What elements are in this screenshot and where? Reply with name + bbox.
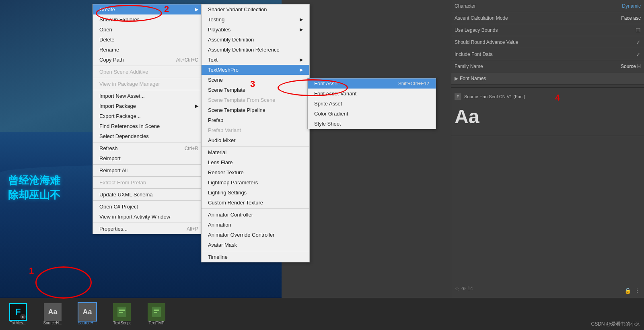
menu-create-lightmap[interactable]: Lightmap Parameters: [202, 177, 309, 188]
menu-item-rename[interactable]: Rename: [93, 45, 205, 55]
label-fontdata: Include Font Data: [455, 52, 636, 57]
menu-item-copy-path[interactable]: Copy Path Alt+Ctrl+C: [93, 55, 205, 65]
menu-tmp-font-asset-variant[interactable]: Font Asset Variant: [308, 89, 436, 99]
menu-create-shader-variant[interactable]: Shader Variant Collection: [202, 4, 309, 14]
menu-create-prefab-variant: Prefab Variant: [202, 125, 309, 135]
bottom-label-sourceh1: SourceH...: [43, 321, 62, 325]
menu-create-testing[interactable]: Testing ▶: [202, 14, 309, 25]
menu-item-create[interactable]: Create ▶: [93, 4, 205, 14]
menu-create-scene-template[interactable]: Scene Template: [202, 85, 309, 95]
menu-create-material[interactable]: Material: [202, 147, 309, 157]
menu-create-label: Create: [99, 6, 115, 12]
menu-item-export-package[interactable]: Export Package...: [93, 111, 205, 121]
menu-create-animation[interactable]: Animation: [202, 220, 309, 230]
menu-create-scene[interactable]: Scene: [202, 75, 309, 85]
menu-create-audio-mixer[interactable]: Audio Mixer: [202, 135, 309, 145]
inspector-row-fontdata[interactable]: Include Font Data ✓: [451, 48, 644, 60]
menu-item-open-additive: Open Scene Additive: [93, 67, 205, 77]
main-context-menu[interactable]: Create ▶ Show in Explorer Open Delete Re…: [93, 4, 205, 234]
lock-icon[interactable]: 🔒: [624, 287, 631, 294]
menu-create-avatar-mask[interactable]: Avatar Mask: [202, 240, 309, 250]
checkbox-legacy[interactable]: ☐: [636, 27, 641, 33]
inspector-row-round[interactable]: Should Round Advance Value ✓: [451, 36, 644, 48]
value-character: Dynamic: [622, 3, 641, 9]
menu-create-animator-controller[interactable]: Animator Controller: [202, 210, 309, 220]
inspector-row-family: Family Name Source H: [451, 60, 644, 72]
menu-create-lighting-settings[interactable]: Lighting Settings: [202, 188, 309, 198]
label-character: Character: [455, 3, 622, 9]
create-submenu[interactable]: Shader Variant Collection Testing ▶ Play…: [201, 4, 310, 262]
font-preview-area: F Source Han Serif CN V1 (Font) Aa: [451, 88, 644, 136]
menu-item-delete[interactable]: Delete: [93, 35, 205, 45]
star-area: ☆ 👁 14: [455, 285, 473, 292]
bottom-label-texttmp: TextTMP: [148, 321, 164, 325]
menu-create-scene-template-from-scene: Scene Template From Scene: [202, 95, 309, 105]
separator-4: [93, 142, 205, 142]
label-ascent: Ascent Calculation Mode: [455, 15, 621, 21]
menu-item-update-uxml[interactable]: Update UXML Schema: [93, 190, 205, 200]
inspector-row-legacy[interactable]: Use Legacy Bounds ☐: [451, 24, 644, 36]
menu-tmp-font-asset[interactable]: Font Asset Shift+Ctrl+F12: [308, 78, 436, 89]
menu-item-import-package[interactable]: Import Package ▶: [93, 101, 205, 111]
menu-item-reimport-all[interactable]: Reimport All: [93, 165, 205, 175]
font-preview-name: Source Han Serif CN V1 (Font): [464, 94, 525, 99]
menu-item-open[interactable]: Open: [93, 25, 205, 35]
menu-create-prefab[interactable]: Prefab: [202, 115, 309, 125]
font-names-header[interactable]: ▶ Font Names: [451, 72, 644, 85]
separator-2: [93, 78, 205, 78]
menu-item-refresh[interactable]: Refresh Ctrl+R: [93, 143, 205, 153]
textmeshpro-submenu[interactable]: Font Asset Shift+Ctrl+F12 Font Asset Var…: [307, 78, 436, 129]
menu-create-textmeshpro[interactable]: TextMeshPro ▶: [202, 65, 309, 75]
chinese-text: 曾经沧海难 除却巫山不: [8, 173, 60, 202]
menu-create-timeline[interactable]: Timeline: [202, 252, 309, 262]
menu-item-reimport[interactable]: Reimport: [93, 153, 205, 163]
menu-create-scene-template-pipeline[interactable]: Scene Template Pipeline: [202, 105, 309, 115]
separator-6: [93, 176, 205, 177]
inspector-row-character: Character Dynamic: [451, 0, 644, 12]
play-badge: ▶: [20, 314, 26, 320]
separator-7: [93, 188, 205, 189]
bottom-item-textscript[interactable]: TextScript: [108, 303, 136, 325]
separator-5: [93, 164, 205, 165]
sep-create-2: [202, 208, 309, 209]
bottom-item-txtmes[interactable]: F ▶ TxtMes...: [4, 303, 32, 325]
bottom-bar: F ▶ TxtMes... Aa SourceH... Aa SourceH..…: [0, 298, 644, 330]
bottom-item-sourceh2[interactable]: Aa SourceH...: [73, 303, 101, 325]
menu-create-custom-render[interactable]: Custom Render Texture: [202, 198, 309, 208]
menu-create-render-texture[interactable]: Render Texture: [202, 167, 309, 177]
menu-tmp-style-sheet[interactable]: Style Sheet: [308, 119, 436, 129]
menu-item-show-explorer[interactable]: Show in Explorer: [93, 14, 205, 25]
font-preview-aa: Aa: [455, 101, 641, 132]
menu-create-playables[interactable]: Playables ▶: [202, 25, 309, 35]
value-family: Source H: [621, 64, 641, 69]
menu-tmp-color-gradient[interactable]: Color Gradient: [308, 109, 436, 119]
inspector-row-ascent: Ascent Calculation Mode Face asc: [451, 12, 644, 24]
triangle-icon: ▶: [455, 76, 458, 81]
menu-create-text[interactable]: Text ▶: [202, 55, 309, 65]
menu-create-animator-override[interactable]: Animator Override Controller: [202, 230, 309, 240]
menu-create-assembly-def-ref[interactable]: Assembly Definition Reference: [202, 45, 309, 55]
menu-item-properties[interactable]: Properties... Alt+P: [93, 224, 205, 234]
bottom-item-texttmp[interactable]: TextTMP: [142, 303, 171, 325]
checkbox-round[interactable]: ✓: [636, 39, 641, 45]
menu-item-find-refs[interactable]: Find References In Scene: [93, 121, 205, 131]
menu-tmp-sprite-asset[interactable]: Sprite Asset: [308, 99, 436, 109]
separator-8: [93, 200, 205, 201]
create-arrow: ▶: [195, 7, 198, 12]
menu-item-select-deps[interactable]: Select Dependencies: [93, 131, 205, 141]
eye-count: 👁 14: [461, 286, 473, 291]
separator-1: [93, 66, 205, 66]
more-icon[interactable]: ⋮: [634, 287, 640, 294]
menu-create-assembly-def[interactable]: Assembly Definition: [202, 35, 309, 45]
menu-create-lens-flare[interactable]: Lens Flare: [202, 157, 309, 167]
checkbox-fontdata[interactable]: ✓: [636, 51, 641, 58]
star-icon[interactable]: ☆: [455, 285, 460, 292]
bottom-label-textscript: TextScript: [113, 321, 131, 325]
menu-item-open-csharp[interactable]: Open C# Project: [93, 202, 205, 212]
bottom-label-sourceh2: SourceH...: [78, 321, 97, 325]
bottom-item-sourceh1[interactable]: Aa SourceH...: [39, 303, 67, 325]
menu-item-import-new[interactable]: Import New Asset...: [93, 91, 205, 101]
menu-item-view-import-activity[interactable]: View in Import Activity Window: [93, 212, 205, 222]
f-icon: F ▶: [9, 303, 27, 321]
separator-3: [93, 90, 205, 90]
